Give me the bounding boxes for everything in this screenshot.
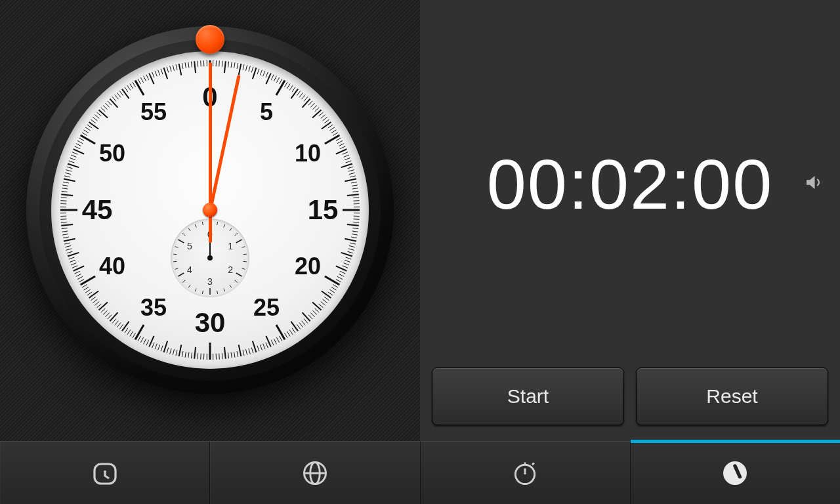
timer-display-area[interactable]: 00:02:00 [420,0,840,368]
svg-line-154 [198,353,198,359]
svg-line-197 [85,289,90,293]
svg-line-232 [62,188,68,189]
tab-stopwatch[interactable] [421,442,631,504]
start-button[interactable]: Start [432,368,624,425]
svg-line-44 [324,119,329,123]
svg-line-97 [339,274,344,276]
svg-line-311 [235,280,238,282]
svg-line-98 [337,276,343,279]
svg-line-34 [304,96,308,101]
svg-line-90 [341,253,352,257]
svg-line-306 [242,246,245,247]
svg-line-173 [140,337,143,343]
svg-line-127 [276,337,279,343]
svg-line-168 [155,344,157,349]
svg-line-162 [173,349,174,355]
svg-line-244 [72,152,77,154]
svg-line-92 [345,260,350,262]
svg-line-101 [333,284,338,287]
svg-line-228 [60,201,66,201]
svg-line-257 [93,117,97,121]
svg-line-19 [266,72,268,77]
svg-line-59 [346,161,351,163]
svg-line-208 [70,260,75,262]
svg-line-303 [230,228,232,230]
svg-line-80 [347,224,359,226]
svg-line-82 [352,231,358,232]
svg-line-94 [343,266,348,268]
svg-line-235 [64,179,75,182]
svg-line-31 [297,91,300,95]
svg-line-70 [347,194,359,196]
svg-line-119 [297,324,300,329]
svg-line-72 [354,201,360,201]
svg-line-28 [289,85,293,90]
svg-line-188 [103,310,107,314]
svg-line-9 [237,63,238,69]
svg-line-35 [303,99,310,108]
svg-line-301 [217,222,218,225]
svg-line-100 [325,276,340,285]
svg-line-136 [251,348,253,354]
svg-line-78 [354,219,360,220]
svg-line-179 [125,328,128,333]
svg-line-196 [87,292,92,295]
stopwatch-dial[interactable]: 0510152025303540455055 012345 [26,26,394,394]
second-hand [209,62,212,210]
svg-line-102 [331,287,337,290]
svg-line-158 [185,352,186,358]
svg-line-281 [152,72,154,77]
svg-line-210 [68,253,79,257]
svg-line-62 [348,170,354,171]
svg-line-161 [176,350,177,356]
svg-line-237 [65,173,71,174]
svg-line-238 [66,170,72,171]
svg-line-111 [315,308,320,312]
svg-line-216 [63,237,69,238]
svg-line-11 [243,64,244,70]
svg-line-178 [127,329,131,334]
svg-line-279 [146,75,149,80]
svg-line-135 [253,341,257,352]
svg-line-51 [336,138,341,140]
svg-line-181 [119,324,123,329]
svg-line-131 [266,343,268,348]
svg-line-177 [130,331,133,337]
svg-line-133 [260,345,262,350]
svg-line-84 [351,237,357,238]
svg-line-180 [122,322,129,331]
svg-line-266 [112,96,116,101]
svg-line-250 [81,135,96,144]
svg-line-192 [94,302,99,306]
speaker-icon[interactable] [803,173,823,195]
tab-timer[interactable] [631,442,840,504]
svg-line-219 [62,228,68,228]
svg-line-27 [287,83,290,89]
svg-line-134 [257,346,259,351]
svg-line-105 [322,291,331,298]
crown-knob-icon[interactable] [196,25,224,54]
svg-line-104 [328,292,333,295]
svg-line-139 [243,350,244,356]
svg-line-42 [321,115,326,119]
svg-line-37 [310,103,314,107]
svg-line-115 [303,312,310,321]
svg-line-249 [79,138,84,140]
svg-line-267 [115,94,119,99]
svg-line-316 [202,291,203,294]
svg-line-174 [138,336,140,341]
svg-line-114 [308,315,312,320]
svg-line-308 [243,261,247,262]
svg-line-304 [235,233,238,235]
svg-line-247 [76,144,81,146]
svg-line-248 [77,140,83,143]
svg-line-313 [224,288,225,291]
reset-button[interactable]: Reset [636,368,828,425]
tab-alarm[interactable] [0,442,210,504]
svg-line-120 [291,322,298,331]
svg-line-246 [75,146,80,149]
svg-line-144 [228,352,228,358]
svg-line-187 [105,312,109,316]
tab-world-clock[interactable] [210,442,420,504]
svg-line-201 [79,280,84,282]
